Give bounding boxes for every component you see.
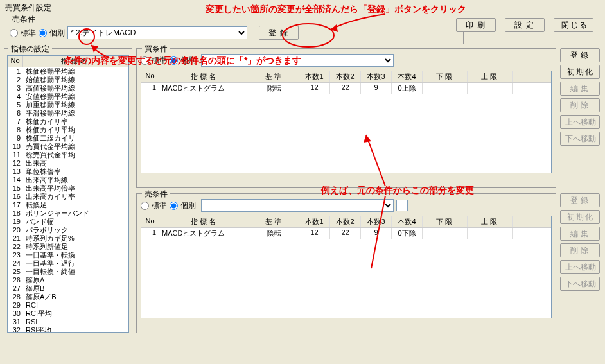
settings-button[interactable]: 設定 [505,18,545,32]
radio-standard-sell[interactable]: 標準 [141,200,167,211]
list-item[interactable]: 7株価カイリ率 [8,117,128,126]
indicator-header-no: No [8,56,23,67]
sell-condition-select[interactable] [201,199,394,212]
radio-individual-top[interactable]: 個別 [39,28,65,39]
buy-movedown-button[interactable]: 下へ移動 [560,132,600,146]
sell-init-button[interactable]: 初期化 [560,210,600,224]
list-item[interactable]: 5加重移動平均線 [8,101,128,109]
buy-init-button[interactable]: 初期化 [560,65,600,79]
list-item[interactable]: 10売買代金平均線 [8,143,128,151]
buy-delete-button[interactable]: 削除 [560,98,600,112]
list-item[interactable]: 13単位株倍率 [8,168,128,176]
list-item[interactable]: 32RSI平均 [8,326,128,333]
sell-register-button[interactable]: 登録 [560,193,600,207]
list-item[interactable]: 16出来高カイリ率 [8,193,128,201]
buy-box-label: 買条件 [142,44,170,55]
list-item[interactable]: 12出来高 [8,159,128,168]
list-item[interactable]: 21時系列カギ足% [8,234,128,243]
list-item[interactable]: 17転換足 [8,201,128,209]
list-item[interactable]: 28篠原A／B [8,293,128,301]
list-item[interactable]: 19バンド幅 [8,218,128,226]
buy-side-buttons: 登録 初期化 編集 削除 上へ移動 下へ移動 [560,48,601,188]
condition-select[interactable]: * 2:デイトレMACD [67,26,247,39]
radio-standard-top[interactable]: 標準 [10,28,36,39]
list-item[interactable]: 2始値移動平均線 [8,76,128,84]
top-fieldset-label: 売条件 [10,14,38,25]
list-item[interactable]: 25一目転換・終値 [8,268,128,276]
list-item[interactable]: 23一目基準・転換 [8,251,128,259]
sell-condition-box: 売条件 標準 個別 No 指標名 基準 本数1 本数2 本数3 本数4 [136,193,556,333]
radio-standard-buy[interactable]: 標準 [141,55,167,66]
list-item[interactable]: 18ボリンジャーバンド [8,209,128,218]
indicator-panel-label: 指標の設定 [8,44,52,55]
list-item[interactable]: 20パラボリック [8,226,128,234]
list-item[interactable]: 22時系列新値足 [8,243,128,251]
window-title: 売買条件設定 [0,0,605,16]
register-button-top[interactable]: 登録 [259,26,299,40]
buy-edit-button[interactable]: 編集 [560,82,600,96]
list-item[interactable]: 6平滑移動平均線 [8,109,128,117]
sell-moveup-button[interactable]: 上へ移動 [560,260,600,274]
print-button[interactable]: 印刷 [456,18,496,32]
list-item[interactable]: 9株価二線カイリ [8,134,128,143]
indicator-list[interactable]: No 指標名 1株価移動平均線2始値移動平均線3高値移動平均線4安値移動平均線5… [7,55,129,333]
list-item[interactable]: 26篠原A [8,276,128,284]
list-item[interactable]: 3高値移動平均線 [8,84,128,92]
top-condition-fieldset: 売条件 標準 個別 * 2:デイトレMACD 登録 [4,19,464,44]
close-button[interactable]: 閉じる [554,18,593,32]
sell-delete-button[interactable]: 削除 [560,243,600,257]
list-item[interactable]: 11総売買代金平均 [8,151,128,159]
sell-box-label: 売条件 [142,189,170,200]
buy-condition-table[interactable]: No 指標名 基準 本数1 本数2 本数3 本数4 下限 上限 1 MACDヒス… [141,71,552,173]
list-item[interactable]: 14出来高平均線 [8,176,128,184]
buy-moveup-button[interactable]: 上へ移動 [560,115,600,129]
sell-condition-table[interactable]: No 指標名 基準 本数1 本数2 本数3 本数4 下限 上限 1 MACDヒス… [141,216,552,318]
buy-condition-select[interactable] [201,54,394,67]
indicator-header-name: 指標名 [23,56,128,67]
table-row[interactable]: 1 MACDヒストグラム 陽転 12 22 9 0上除 [141,83,551,94]
table-row[interactable]: 1 MACDヒストグラム 陰転 12 22 9 0下除 [141,228,551,239]
list-item[interactable]: 31RSI [8,318,128,326]
buy-register-button[interactable]: 登録 [560,48,600,62]
buy-condition-box: 買条件 標準 個別 No 指標名 基準 本数1 本数2 本数3 本数4 [136,48,556,188]
list-item[interactable]: 15出来高平均倍率 [8,184,128,193]
list-item[interactable]: 30RCI平均 [8,309,128,318]
radio-individual-sell[interactable]: 個別 [170,200,196,211]
radio-individual-buy[interactable]: 個別 [170,55,196,66]
sell-movedown-button[interactable]: 下へ移動 [560,277,600,291]
list-item[interactable]: 29RCI [8,301,128,309]
list-item[interactable]: 8株価カイリ平均 [8,126,128,134]
list-item[interactable]: 4安値移動平均線 [8,92,128,101]
sell-edit-button[interactable]: 編集 [560,227,600,241]
list-item[interactable]: 1株価移動平均線 [8,67,128,76]
indicator-settings-panel: 指標の設定 No 指標名 1株価移動平均線2始値移動平均線3高値移動平均線4安値… [4,48,132,338]
sell-side-buttons: 登録 初期化 編集 削除 上へ移動 下へ移動 [560,193,601,333]
list-item[interactable]: 24一目基準・遅行 [8,259,128,268]
list-item[interactable]: 27篠原B [8,284,128,293]
small-input[interactable] [396,200,408,211]
